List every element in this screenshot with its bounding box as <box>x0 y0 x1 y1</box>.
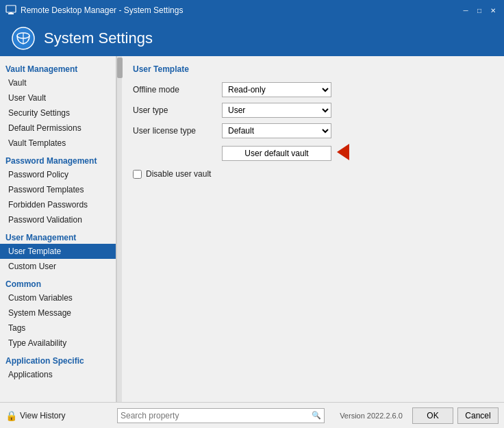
content-panel: User Template Offline mode Read-only Dis… <box>122 56 504 402</box>
sidebar-item-custom-user[interactable]: Custom User <box>0 259 116 274</box>
user-type-label: User type <box>133 105 222 115</box>
maximize-button[interactable]: □ <box>474 5 485 16</box>
sidebar-item-user-template[interactable]: User Template <box>0 244 116 259</box>
sidebar-item-system-message[interactable]: System Message <box>0 305 116 320</box>
svg-rect-0 <box>6 5 16 12</box>
sidebar-section-user-management: User Management <box>0 227 116 244</box>
user-license-type-control: Default Connection Management Password M… <box>222 123 331 138</box>
user-type-row: User type User Administrator Read Only U… <box>133 103 493 118</box>
offline-mode-control: Read-only Disabled Enabled <box>222 82 331 97</box>
footer-action-buttons: OK Cancel <box>412 407 499 424</box>
view-history-label: View History <box>20 411 65 420</box>
minimize-button[interactable]: ─ <box>460 5 471 16</box>
disable-user-vault-row: Disable user vault <box>133 169 493 179</box>
sidebar-item-type-availability[interactable]: Type Availability <box>0 336 116 351</box>
app-icon <box>5 5 16 16</box>
sidebar-item-forbidden-passwords[interactable]: Forbidden Passwords <box>0 197 116 212</box>
sidebar-section-application-specific: Application Specific <box>0 351 116 367</box>
user-license-type-label: User license type <box>133 126 222 136</box>
app-header: System Settings <box>0 21 504 56</box>
sidebar-section-vault-management: Vault Management <box>0 59 116 75</box>
sidebar-scrollbar[interactable] <box>116 56 122 402</box>
close-button[interactable]: ✕ <box>488 5 499 16</box>
sidebar-item-vault[interactable]: Vault <box>0 75 116 90</box>
footer: 🔒 View History 🔍 Version 2022.2.6.0 OK C… <box>0 402 504 428</box>
sidebar-item-tags[interactable]: Tags <box>0 320 116 336</box>
user-type-select[interactable]: User Administrator Read Only User <box>222 103 331 118</box>
cancel-button[interactable]: Cancel <box>457 407 499 424</box>
search-property-input[interactable] <box>121 411 310 420</box>
sidebar-wrapper: Vault Management Vault User Vault Securi… <box>0 56 122 402</box>
titlebar: Remote Desktop Manager - System Settings… <box>0 0 504 21</box>
user-default-vault-row: User default vault <box>133 144 493 162</box>
version-label: Version 2022.2.6.0 <box>330 412 412 420</box>
arrow-indicator <box>337 144 349 162</box>
sidebar-item-default-permissions[interactable]: Default Permissions <box>0 121 116 136</box>
user-license-type-row: User license type Default Connection Man… <box>133 123 493 138</box>
header-title: System Settings <box>44 29 153 47</box>
sidebar-section-common: Common <box>0 274 116 290</box>
offline-mode-select[interactable]: Read-only Disabled Enabled <box>222 82 331 97</box>
sidebar-item-applications[interactable]: Applications <box>0 367 116 382</box>
sidebar-item-security-settings[interactable]: Security Settings <box>0 105 116 121</box>
sidebar-scrollbar-thumb[interactable] <box>117 58 123 78</box>
sidebar-item-password-templates[interactable]: Password Templates <box>0 182 116 197</box>
svg-rect-2 <box>10 12 12 14</box>
sidebar-item-password-validation[interactable]: Password Validation <box>0 212 116 227</box>
titlebar-left: Remote Desktop Manager - System Settings <box>5 5 183 16</box>
main-layout: Vault Management Vault User Vault Securi… <box>0 56 504 402</box>
history-icon: 🔒 <box>5 410 17 421</box>
sidebar-item-user-vault[interactable]: User Vault <box>0 90 116 105</box>
offline-mode-label: Offline mode <box>133 85 222 95</box>
search-property-field[interactable]: 🔍 <box>117 408 325 423</box>
sidebar-item-vault-templates[interactable]: Vault Templates <box>0 136 116 151</box>
offline-mode-row: Offline mode Read-only Disabled Enabled <box>133 82 493 97</box>
user-license-type-select[interactable]: Default Connection Management Password M… <box>222 123 331 138</box>
user-default-vault-button[interactable]: User default vault <box>222 146 331 161</box>
sidebar-item-password-policy[interactable]: Password Policy <box>0 167 116 182</box>
sidebar-section-password-management: Password Management <box>0 151 116 167</box>
ok-button[interactable]: OK <box>412 407 453 424</box>
user-type-control: User Administrator Read Only User <box>222 103 331 118</box>
user-default-vault-container: User default vault <box>222 144 349 162</box>
sidebar: Vault Management Vault User Vault Securi… <box>0 56 116 402</box>
disable-user-vault-checkbox[interactable] <box>133 170 142 179</box>
header-logo <box>11 26 36 51</box>
content-section-title: User Template <box>133 64 493 74</box>
red-arrow-icon <box>337 144 349 160</box>
titlebar-title: Remote Desktop Manager - System Settings <box>21 5 183 15</box>
disable-user-vault-label: Disable user vault <box>146 169 211 179</box>
sidebar-item-custom-variables[interactable]: Custom Variables <box>0 290 116 305</box>
search-icon: 🔍 <box>312 411 321 420</box>
titlebar-controls[interactable]: ─ □ ✕ <box>460 5 499 16</box>
view-history-button[interactable]: 🔒 View History <box>5 410 112 421</box>
